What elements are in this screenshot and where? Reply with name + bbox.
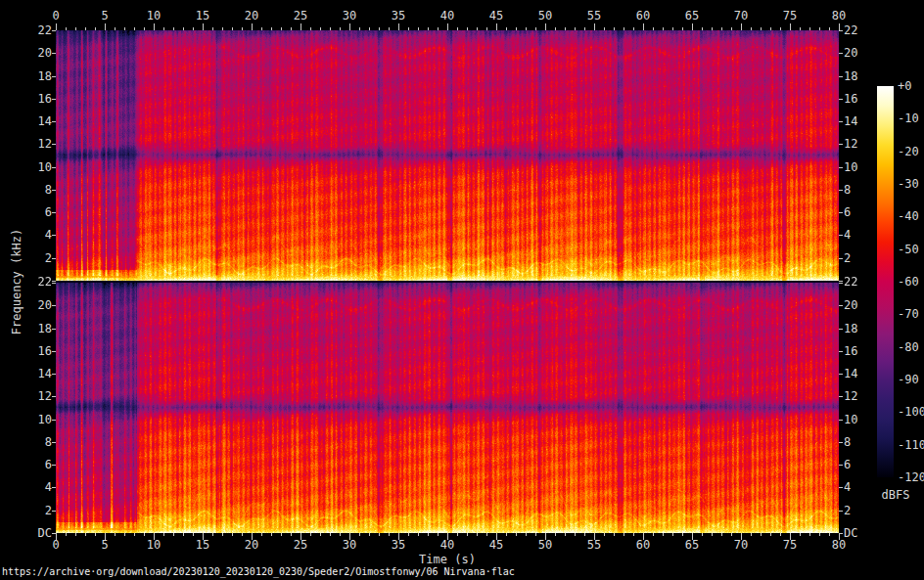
x-tick-label-bottom: 25 bbox=[281, 539, 320, 551]
x-tick-label-top: 50 bbox=[526, 10, 565, 22]
colorbar-tick-label: -90 bbox=[898, 374, 924, 385]
x-minor-tick-bottom bbox=[124, 533, 125, 536]
x-minor-tick-top bbox=[516, 27, 517, 30]
y-tick-label-right: 10 bbox=[844, 161, 883, 173]
x-axis-title: Time (s) bbox=[398, 553, 496, 566]
x-minor-tick-bottom bbox=[800, 533, 801, 536]
x-major-tick-top bbox=[349, 23, 350, 30]
x-major-tick-top bbox=[545, 23, 546, 30]
y-tick-right bbox=[839, 283, 843, 284]
y-tick-label-right: 20 bbox=[844, 47, 883, 59]
y-tick-right bbox=[839, 190, 843, 191]
x-minor-tick-bottom bbox=[535, 533, 536, 536]
x-tick-label-bottom: 70 bbox=[721, 539, 761, 551]
spectrogram-channel-2 bbox=[56, 283, 839, 533]
colorbar-tick-label: -50 bbox=[898, 244, 924, 255]
x-major-tick-top bbox=[692, 23, 693, 30]
x-major-tick-bottom bbox=[398, 533, 399, 540]
y-tick-label-left: 16 bbox=[20, 345, 52, 357]
x-minor-tick-bottom bbox=[389, 533, 390, 536]
x-tick-label-bottom: 65 bbox=[672, 539, 712, 551]
x-major-tick-top bbox=[56, 23, 57, 30]
x-minor-tick-top bbox=[134, 27, 135, 30]
x-minor-tick-top bbox=[232, 27, 233, 30]
y-tick-label-right: 10 bbox=[844, 414, 883, 425]
x-minor-tick-bottom bbox=[682, 533, 683, 536]
x-major-tick-bottom bbox=[300, 533, 301, 540]
y-tick-label-left: 20 bbox=[20, 47, 52, 59]
y-tick-label-left: 18 bbox=[20, 323, 52, 335]
y-tick-label-left: 6 bbox=[20, 459, 52, 470]
x-minor-tick-bottom bbox=[702, 533, 703, 536]
y-tick-label-left: 20 bbox=[20, 299, 52, 311]
colorbar-tick-label: -40 bbox=[898, 210, 924, 222]
y-tick-left bbox=[52, 533, 56, 534]
x-minor-tick-top bbox=[467, 27, 468, 30]
x-tick-label-top: 15 bbox=[183, 10, 222, 22]
x-major-tick-top bbox=[203, 23, 204, 30]
colorbar-tick-label: -20 bbox=[898, 146, 924, 157]
x-major-tick-top bbox=[741, 23, 742, 30]
x-minor-tick-bottom bbox=[144, 533, 145, 536]
x-minor-tick-bottom bbox=[428, 533, 429, 536]
x-minor-tick-bottom bbox=[526, 533, 527, 536]
y-tick-label-left: 14 bbox=[20, 115, 52, 127]
x-tick-label-bottom: 40 bbox=[428, 539, 467, 551]
x-minor-tick-bottom bbox=[291, 533, 292, 536]
x-major-tick-bottom bbox=[349, 533, 350, 540]
y-tick-right bbox=[839, 465, 843, 466]
y-tick-label-right: 20 bbox=[844, 299, 883, 311]
x-tick-label-top: 40 bbox=[428, 10, 467, 22]
colorbar-tick-label: -120 bbox=[898, 471, 924, 483]
x-major-tick-bottom bbox=[790, 533, 791, 540]
x-minor-tick-top bbox=[261, 27, 262, 30]
x-minor-tick-bottom bbox=[672, 533, 673, 536]
x-minor-tick-top bbox=[584, 27, 585, 30]
colorbar-tick-label: +0 bbox=[898, 80, 924, 92]
x-minor-tick-top bbox=[242, 27, 243, 30]
y-tick-label-left: 10 bbox=[20, 414, 52, 425]
x-minor-tick-bottom bbox=[281, 533, 282, 536]
x-minor-tick-bottom bbox=[555, 533, 556, 536]
x-tick-label-top: 35 bbox=[379, 10, 418, 22]
x-minor-tick-top bbox=[486, 27, 487, 30]
x-minor-tick-bottom bbox=[310, 533, 311, 536]
y-tick-left bbox=[52, 396, 56, 397]
y-tick-right bbox=[839, 351, 843, 352]
x-tick-label-bottom: 0 bbox=[36, 539, 75, 551]
y-tick-label-right: 4 bbox=[844, 229, 883, 241]
y-tick-label-right: 6 bbox=[844, 459, 883, 470]
x-minor-tick-top bbox=[124, 27, 125, 30]
source-url: https://archive·org/download/20230120_20… bbox=[2, 566, 515, 578]
x-tick-label-bottom: 55 bbox=[575, 539, 614, 551]
y-tick-label-left: 22 bbox=[20, 276, 52, 288]
y-tick-right bbox=[839, 30, 843, 31]
x-minor-tick-top bbox=[212, 27, 213, 30]
y-tick-right bbox=[839, 305, 843, 306]
x-minor-tick-bottom bbox=[340, 533, 341, 536]
x-minor-tick-bottom bbox=[829, 533, 830, 536]
y-tick-label-left: 14 bbox=[20, 368, 52, 379]
y-tick-label-left: 16 bbox=[20, 93, 52, 105]
y-tick-left bbox=[52, 258, 56, 259]
x-minor-tick-top bbox=[95, 27, 96, 30]
y-tick-label-right: 14 bbox=[844, 368, 883, 379]
x-minor-tick-top bbox=[526, 27, 527, 30]
x-minor-tick-bottom bbox=[614, 533, 615, 536]
x-minor-tick-top bbox=[389, 27, 390, 30]
y-tick-label-right: 14 bbox=[844, 115, 883, 127]
x-tick-label-bottom: 30 bbox=[330, 539, 369, 551]
x-major-tick-bottom bbox=[447, 533, 448, 540]
x-minor-tick-bottom bbox=[271, 533, 272, 536]
y-tick-right bbox=[839, 487, 843, 488]
x-tick-label-bottom: 60 bbox=[624, 539, 663, 551]
colorbar-tick-label: -100 bbox=[898, 406, 924, 418]
x-minor-tick-bottom bbox=[809, 533, 810, 536]
x-minor-tick-top bbox=[75, 27, 76, 30]
y-tick-right bbox=[839, 235, 843, 236]
x-minor-tick-bottom bbox=[173, 533, 174, 536]
y-tick-label-right: 8 bbox=[844, 436, 883, 448]
x-minor-tick-top bbox=[555, 27, 556, 30]
x-minor-tick-top bbox=[183, 27, 184, 30]
y-tick-label-right: 8 bbox=[844, 184, 883, 196]
